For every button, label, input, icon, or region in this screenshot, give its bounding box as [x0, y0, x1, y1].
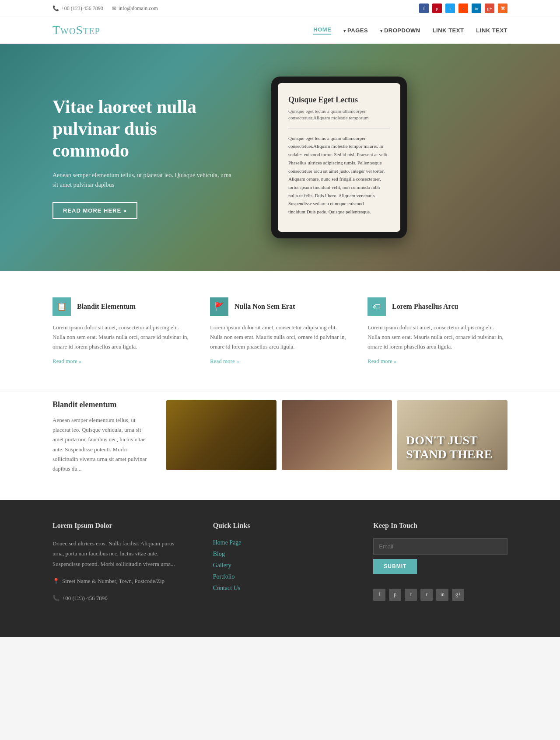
footer-link-gallery: Gallery: [213, 561, 347, 569]
hero-tablet: Quisque Eget Lectus Quisque eget lectus …: [271, 77, 407, 238]
footer-link-portfolio: Portfolio: [213, 572, 347, 580]
feature-header-2: 🚩 Nulla Non Sem Erat: [210, 297, 350, 316]
feature-icon-3: 🏷: [368, 297, 386, 316]
footer-pinterest-icon[interactable]: p: [389, 589, 401, 601]
content-images: DON'T JUST STAND THERE: [166, 400, 508, 470]
content-section: Blandit elementum Aenean semper elementu…: [0, 391, 560, 500]
feature-item-1: 📋 Blandit Elementum Lorem ipsum dolor si…: [52, 297, 192, 365]
footer-link-blog-anchor[interactable]: Blog: [213, 551, 225, 557]
footer-twitter-icon[interactable]: t: [405, 589, 417, 601]
reddit-icon[interactable]: r: [458, 3, 468, 13]
content-title: Blandit elementum: [52, 400, 149, 409]
footer-about-title: Lorem Ipsum Dolor: [52, 522, 187, 530]
address-text: Street Name & Number, Town, Postcode/Zip: [62, 576, 164, 586]
content-image-2: [282, 400, 392, 470]
feature-item-2: 🚩 Nulla Non Sem Erat Lorem ipsum dolor s…: [210, 297, 350, 365]
footer-link-contact-anchor[interactable]: Contact Us: [213, 585, 241, 591]
feature-readmore-3[interactable]: Read more »: [368, 358, 396, 364]
rss-icon[interactable]: ⌘: [498, 3, 508, 13]
content-text: Blandit elementum Aenean semper elementu…: [52, 400, 149, 474]
content-grid: Blandit elementum Aenean semper elementu…: [52, 400, 508, 474]
features-grid: 📋 Blandit Elementum Lorem ipsum dolor si…: [52, 297, 508, 365]
phone-info: 📞 +00 (123) 456 7890: [52, 5, 103, 12]
email-icon: ✉: [112, 5, 116, 12]
footer-link-blog: Blog: [213, 550, 347, 558]
footer-grid: Lorem Ipsum Dolor Donec sed ultrices ero…: [52, 522, 508, 611]
logo-part1: Two: [52, 23, 76, 37]
facebook-icon[interactable]: f: [419, 3, 429, 13]
features-section: 📋 Blandit Elementum Lorem ipsum dolor si…: [0, 271, 560, 391]
tablet-divider: [288, 129, 390, 129]
social-icons: f p t r in g+ ⌘: [419, 3, 508, 13]
footer-about-text: Donec sed ultrices eros. Nulla facilisi.…: [52, 538, 187, 569]
header: TwoStep HOME PAGES DROPDOWN LINK TEXT LI…: [0, 17, 560, 44]
footer-links-title: Quick Links: [213, 522, 347, 530]
footer-facebook-icon[interactable]: f: [373, 589, 385, 601]
feature-title-3: Lorem Phasellus Arcu: [392, 303, 458, 311]
footer-email-input[interactable]: [373, 538, 508, 555]
linkedin-icon[interactable]: in: [472, 3, 481, 13]
main-nav: HOME PAGES DROPDOWN LINK TEXT LINK TEXT: [313, 26, 508, 35]
nav-link1[interactable]: LINK TEXT: [433, 27, 464, 34]
image-overlay-text: DON'T JUST STAND THERE: [397, 400, 508, 470]
feature-item-3: 🏷 Lorem Phasellus Arcu Lorem ipsum dolor…: [368, 297, 508, 365]
feature-text-2: Lorem ipsum dolor sit amet, consectetur …: [210, 323, 350, 352]
content-image-3: DON'T JUST STAND THERE: [397, 400, 508, 470]
content-image-1: [166, 400, 276, 470]
tablet-device: Quisque Eget Lectus Quisque eget lectus …: [271, 77, 407, 238]
footer-contact-title: Keep In Touch: [373, 522, 508, 530]
logo[interactable]: TwoStep: [52, 23, 100, 37]
feature-text-1: Lorem ipsum dolor sit amet, consectetur …: [52, 323, 192, 352]
nav-pages[interactable]: PAGES: [343, 27, 368, 34]
feature-readmore-1[interactable]: Read more »: [52, 358, 81, 364]
feature-title-1: Blandit Elementum: [77, 303, 136, 311]
feature-icon-1: 📋: [52, 297, 71, 316]
tablet-subtitle: Quisque eget lectus a quam ullamcorper c…: [288, 108, 390, 122]
feature-text-3: Lorem ipsum dolor sit amet, consectetur …: [368, 323, 508, 352]
tablet-screen: Quisque Eget Lectus Quisque eget lectus …: [278, 83, 400, 232]
tablet-body: Quisque eget lectus a quam ullamcorper c…: [288, 134, 390, 216]
footer-linkedin-icon[interactable]: in: [436, 589, 448, 601]
footer-phone: 📞 +00 (123) 456 7890: [52, 593, 187, 603]
feature-readmore-2[interactable]: Read more »: [210, 358, 239, 364]
footer-googleplus-icon[interactable]: g+: [452, 589, 464, 601]
hero-cta-button[interactable]: READ MORE HERE »: [52, 202, 137, 219]
tablet-title: Quisque Eget Lectus: [288, 95, 390, 105]
footer-link-portfolio-anchor[interactable]: Portfolio: [213, 573, 235, 580]
footer-submit-button[interactable]: SUBMIT: [373, 559, 417, 574]
hero-section: Vitae laoreet nulla pulvinar duis commod…: [0, 44, 560, 271]
footer-reddit-icon[interactable]: r: [420, 589, 433, 601]
email-info: ✉ info@domain.com: [112, 5, 158, 12]
footer-col-about: Lorem Ipsum Dolor Donec sed ultrices ero…: [52, 522, 187, 611]
hero-text: Aenean semper elementum tellus, ut place…: [52, 171, 236, 190]
hero-content-left: Vitae laoreet nulla pulvinar duis commod…: [52, 96, 236, 220]
footer-social-icons: f p t r in g+: [373, 589, 508, 601]
nav-home[interactable]: HOME: [313, 26, 331, 35]
phone-icon-footer: 📞: [52, 593, 60, 603]
footer-phone-number: +00 (123) 456 7890: [62, 593, 108, 603]
top-bar: 📞 +00 (123) 456 7890 ✉ info@domain.com f…: [0, 0, 560, 17]
footer-link-home: Home Page: [213, 538, 347, 546]
feature-header-3: 🏷 Lorem Phasellus Arcu: [368, 297, 508, 316]
twitter-icon[interactable]: t: [445, 3, 455, 13]
content-body: Aenean semper elementum tellus, ut place…: [52, 415, 149, 474]
footer-link-gallery-anchor[interactable]: Gallery: [213, 562, 231, 569]
phone-number: +00 (123) 456 7890: [61, 5, 103, 12]
footer-link-contact: Contact Us: [213, 584, 347, 592]
hero-heading: Vitae laoreet nulla pulvinar duis commod…: [52, 96, 236, 162]
footer-address: 📍 Street Name & Number, Town, Postcode/Z…: [52, 576, 187, 586]
pinterest-icon[interactable]: p: [432, 3, 442, 13]
footer-link-home-anchor[interactable]: Home Page: [213, 539, 242, 546]
feature-title-2: Nulla Non Sem Erat: [234, 303, 295, 311]
footer-links-list: Home Page Blog Gallery Portfolio Contact…: [213, 538, 347, 592]
phone-icon: 📞: [52, 5, 59, 12]
footer: Lorem Ipsum Dolor Donec sed ultrices ero…: [0, 500, 560, 637]
nav-dropdown[interactable]: DROPDOWN: [380, 27, 420, 34]
feature-icon-2: 🚩: [210, 297, 228, 316]
logo-part2: Step: [76, 23, 100, 37]
feature-header-1: 📋 Blandit Elementum: [52, 297, 192, 316]
footer-col-links: Quick Links Home Page Blog Gallery Portf…: [213, 522, 347, 611]
nav-link2[interactable]: LINK TEXT: [476, 27, 508, 34]
googleplus-icon[interactable]: g+: [485, 3, 494, 13]
location-icon: 📍: [52, 576, 60, 586]
